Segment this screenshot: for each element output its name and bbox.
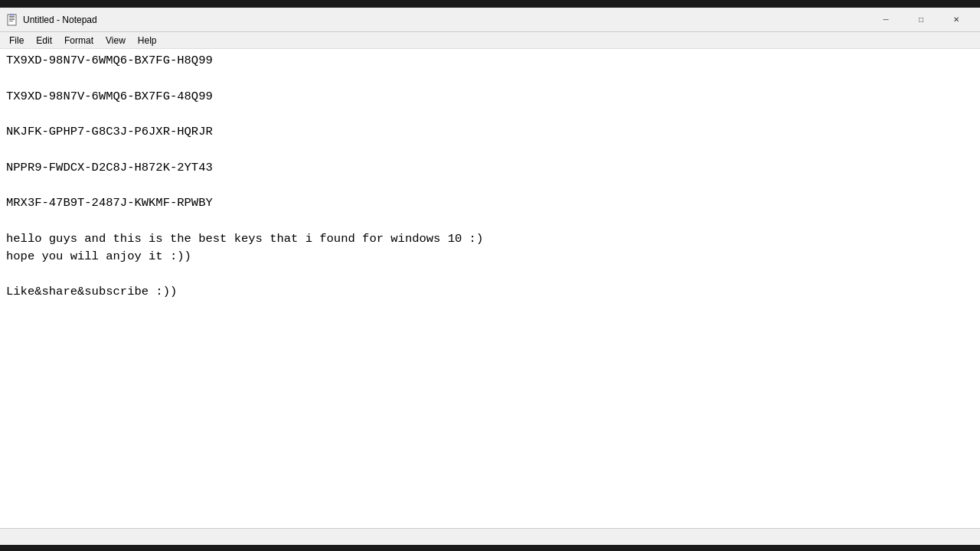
top-decoration-bar <box>0 0 980 8</box>
close-button[interactable]: ✕ <box>939 8 974 32</box>
svg-rect-1 <box>9 16 15 17</box>
title-bar: Untitled - Notepad ─ □ ✕ <box>0 8 980 32</box>
window-controls: ─ □ ✕ <box>868 8 974 32</box>
svg-rect-4 <box>9 21 13 21</box>
menu-format[interactable]: Format <box>58 34 100 47</box>
svg-rect-2 <box>9 18 15 18</box>
maximize-button[interactable]: □ <box>903 8 939 32</box>
bottom-decoration-bar <box>0 545 980 551</box>
menu-view[interactable]: View <box>100 34 132 47</box>
app-icon <box>6 14 18 26</box>
minimize-button[interactable]: ─ <box>868 8 903 32</box>
menu-edit[interactable]: Edit <box>30 34 58 47</box>
menu-bar: File Edit Format View Help <box>0 32 980 49</box>
notepad-window: Untitled - Notepad ─ □ ✕ File Edit Forma… <box>0 0 980 551</box>
text-area[interactable]: TX9XD-98N7V-6WMQ6-BX7FG-H8Q99 TX9XD-98N7… <box>0 49 980 528</box>
text-content[interactable]: TX9XD-98N7V-6WMQ6-BX7FG-H8Q99 TX9XD-98N7… <box>6 52 974 302</box>
menu-file[interactable]: File <box>3 34 30 47</box>
menu-help[interactable]: Help <box>132 34 163 47</box>
svg-rect-5 <box>10 14 14 15</box>
window-title: Untitled - Notepad <box>23 15 868 25</box>
status-bar <box>0 528 980 545</box>
svg-rect-3 <box>9 19 15 20</box>
